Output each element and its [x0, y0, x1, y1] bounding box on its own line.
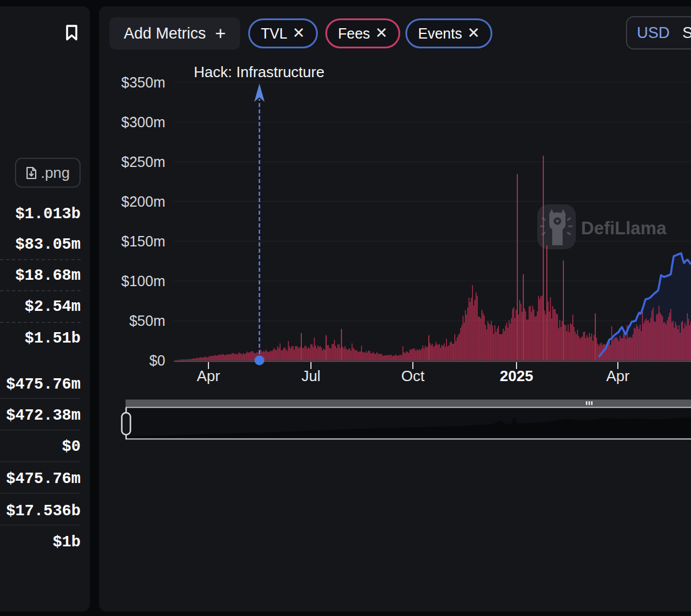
svg-text:Oct: Oct — [401, 367, 425, 385]
svg-text:Apr: Apr — [606, 367, 630, 385]
svg-text:$300m: $300m — [122, 114, 165, 130]
svg-text:$150m: $150m — [122, 233, 165, 249]
svg-text:Apr: Apr — [197, 367, 221, 385]
svg-text:$350m: $350m — [122, 74, 165, 90]
svg-text:$200m: $200m — [122, 193, 165, 210]
svg-text:Hack: Infrastructure: Hack: Infrastructure — [194, 63, 325, 81]
svg-text:DefiLlama: DefiLlama — [581, 218, 667, 238]
svg-text:$250m: $250m — [122, 154, 165, 170]
svg-text:$50m: $50m — [129, 313, 165, 329]
svg-text:2025: 2025 — [500, 367, 533, 385]
svg-text:$0: $0 — [149, 352, 165, 368]
svg-text:Jul: Jul — [301, 367, 320, 385]
svg-text:$100m: $100m — [122, 273, 165, 289]
